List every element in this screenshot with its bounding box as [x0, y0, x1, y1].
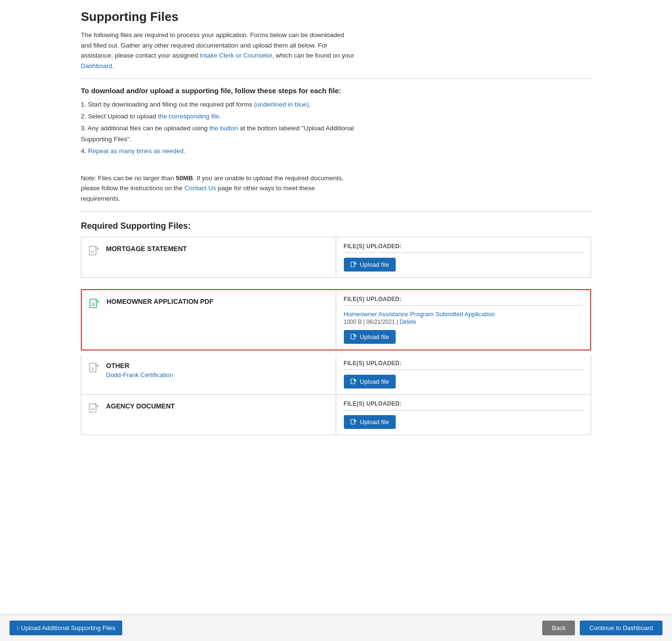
file-row-right-homeowner: FILE(S) UPLOADED: Homeowner Assistance P…: [336, 290, 591, 350]
uploaded-file-meta-homeowner: 1000 B | 06/21/2021 | Delete: [344, 319, 583, 325]
uploaded-label-mortgage: FILE(S) UPLOADED:: [344, 243, 584, 253]
divider-2: [81, 211, 591, 212]
svg-rect-12: [89, 404, 96, 412]
uploaded-label-homeowner: FILE(S) UPLOADED:: [344, 296, 583, 306]
svg-rect-8: [89, 363, 96, 372]
bottom-left: ↑ Upload Additional Supporting Files: [71, 621, 122, 635]
button-link[interactable]: the button: [209, 125, 238, 132]
file-row-left-mortgage: MORTGAGE STATEMENT: [81, 237, 336, 277]
file-name-other-container: OTHER Dodd-Frank Certification: [106, 362, 173, 379]
file-name-agency: AGENCY DOCUMENT: [106, 402, 175, 410]
file-name-homeowner: HOMEOWNER APPLICATION PDF: [107, 298, 214, 305]
file-row-homeowner: HOMEOWNER APPLICATION PDF FILE(S) UPLOAD…: [81, 289, 591, 350]
step-4: 4. Repeat as many times as needed.: [81, 146, 357, 157]
upload-btn-homeowner[interactable]: Upload file: [344, 330, 396, 344]
upload-btn-mortgage[interactable]: Upload file: [344, 258, 396, 272]
svg-rect-0: [89, 246, 96, 255]
file-row-left-other: OTHER Dodd-Frank Certification: [81, 354, 336, 394]
intake-clerk-link[interactable]: Intake Clerk or Counselor: [200, 52, 272, 59]
uploaded-label-other: FILE(S) UPLOADED:: [344, 360, 584, 370]
delete-link-homeowner[interactable]: Delete: [399, 319, 416, 325]
file-row-right-other: FILE(S) UPLOADED: Upload file: [336, 354, 591, 394]
file-row-agency: AGENCY DOCUMENT FILE(S) UPLOADED: Upload…: [81, 395, 591, 435]
instructions-list: 1. Start by downloading and filling out …: [81, 99, 357, 157]
repeat-link[interactable]: Repeat as many times as needed.: [88, 147, 185, 155]
file-icon-mortgage: [89, 246, 99, 260]
pdf-forms-link[interactable]: (underlined in blue): [254, 101, 309, 108]
file-row-mortgage: MORTGAGE STATEMENT FILE(S) UPLOADED: Upl…: [81, 237, 591, 278]
continue-button[interactable]: Continue to Dashboard: [580, 621, 601, 635]
dashboard-link[interactable]: Dashboard: [81, 62, 112, 69]
uploaded-file-link-homeowner[interactable]: Homeowner Assistance Program Submitted A…: [344, 311, 583, 318]
file-row-left-agency: AGENCY DOCUMENT: [81, 395, 336, 435]
back-button[interactable]: Back: [542, 621, 575, 635]
contact-us-link[interactable]: Contact Us: [185, 185, 216, 192]
file-row-right-agency: FILE(S) UPLOADED: Upload file: [336, 395, 591, 435]
upload-btn-agency[interactable]: Upload file: [344, 415, 396, 429]
divider-1: [81, 78, 591, 79]
uploaded-label-agency: FILE(S) UPLOADED:: [344, 400, 584, 410]
file-icon-agency: [89, 403, 99, 417]
file-icon-homeowner: [89, 299, 100, 312]
file-name-mortgage: MORTGAGE STATEMENT: [106, 245, 187, 253]
bottom-right: Back Continue to Dashboard: [542, 621, 601, 635]
intro-text: The following files are required to proc…: [81, 30, 357, 71]
file-icon-other: [89, 363, 99, 377]
file-name-other: OTHER: [106, 362, 173, 369]
file-row-other: OTHER Dodd-Frank Certification FILE(S) U…: [81, 354, 591, 395]
file-row-right-mortgage: FILE(S) UPLOADED: Upload file: [336, 237, 591, 277]
step-2: 2. Select Upload to upload the correspon…: [81, 111, 357, 122]
page-title: Supporting Files: [81, 10, 591, 24]
file-rows-container: MORTGAGE STATEMENT FILE(S) UPLOADED: Upl…: [81, 237, 591, 435]
svg-rect-4: [90, 299, 97, 308]
step-3: 3. Any additional files can be uploaded …: [81, 123, 357, 145]
corresponding-file-link[interactable]: the corresponding file: [158, 113, 219, 120]
step-1: 1. Start by downloading and filling out …: [81, 99, 357, 110]
section-title: Required Supporting Files:: [81, 221, 591, 231]
bottom-bar: ↑ Upload Additional Supporting Files Bac…: [71, 614, 601, 641]
upload-btn-other[interactable]: Upload file: [344, 375, 396, 388]
note-text: Note: Files can be no larger than 50MB. …: [81, 163, 347, 204]
dodd-frank-link[interactable]: Dodd-Frank Certification: [106, 371, 173, 379]
file-row-left-homeowner: HOMEOWNER APPLICATION PDF: [82, 290, 336, 350]
instructions-title: To download and/or upload a supporting f…: [81, 87, 591, 95]
upload-additional-button[interactable]: ↑ Upload Additional Supporting Files: [71, 621, 122, 635]
